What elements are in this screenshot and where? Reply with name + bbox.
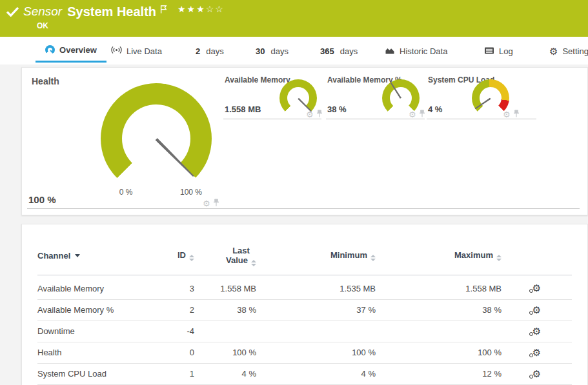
- channel-id: 3: [157, 275, 194, 299]
- sort-icon: [496, 255, 502, 261]
- gauge-settings-gear-icon[interactable]: ⚙: [306, 110, 314, 119]
- tab-overview[interactable]: Overview: [35, 39, 106, 63]
- tab-live-data-label: Live Data: [127, 46, 162, 56]
- gauge-needle: [298, 97, 312, 112]
- channel-last-value: 4 %: [194, 363, 256, 384]
- channel-name: System CPU Load: [37, 363, 157, 384]
- channel-settings-icon[interactable]: ⚙: [532, 348, 541, 357]
- gauge-settings-gear-icon[interactable]: ⚙: [503, 110, 511, 119]
- channel-settings-icon[interactable]: ⚙: [532, 283, 541, 293]
- channel-maximum: 1.558 MB: [376, 275, 502, 299]
- tab-settings-label: Settings: [562, 46, 588, 56]
- column-header-id[interactable]: ID: [157, 237, 194, 275]
- table-row: Available Memory 3 1.558 MB 1.535 MB 1.5…: [37, 275, 572, 299]
- tab-30-days[interactable]: 30 days: [256, 39, 289, 63]
- channel-id: -4: [157, 321, 194, 342]
- tab-bar: Overview Live Data 2 days 30 days 365 da…: [0, 37, 588, 64]
- tab-historic-data[interactable]: Historic Data: [385, 39, 447, 63]
- channel-last-value: 1.558 MB: [194, 275, 256, 299]
- channel-minimum: [256, 321, 376, 342]
- gauge-settings-gear-icon[interactable]: ⚙: [409, 110, 416, 119]
- historic-chart-icon: [385, 46, 395, 57]
- channel-minimum: 1.535 MB: [256, 275, 376, 299]
- gauge-icon: [45, 45, 55, 55]
- channel-last-value: 100 %: [194, 342, 256, 363]
- channel-name: Downtime: [37, 321, 157, 342]
- sort-icon: [189, 255, 194, 261]
- table-row: Downtime -4 ⚙: [37, 321, 572, 342]
- mini-gauge-value: 38 %: [327, 104, 347, 114]
- sensor-header: Sensor System Health ★★★☆☆ OK: [0, 0, 588, 37]
- table-row: Health 0 100 % 100 % 100 % ⚙: [37, 342, 572, 363]
- channel-settings-icon[interactable]: ⚙: [532, 326, 541, 336]
- gauge-pin-icon[interactable]: [213, 197, 219, 209]
- sensor-title: System Health: [67, 4, 156, 19]
- gauge-needle: [390, 82, 401, 99]
- channel-minimum: 37 %: [256, 299, 376, 321]
- mini-gauge-available-memory: Available Memory 1.558 MB ⚙: [223, 74, 321, 119]
- table-row: Available Memory % 2 38 % 37 % 38 % ⚙: [37, 299, 572, 321]
- flag-icon[interactable]: [160, 5, 167, 16]
- gauge-needle: [474, 97, 491, 110]
- mini-gauge-title: Available Memory: [225, 75, 290, 84]
- mini-gauge-available-memory-pct: Available Memory % 38 % ⚙: [326, 74, 425, 119]
- mini-gauge-value: 1.558 MB: [225, 104, 261, 114]
- priority-stars[interactable]: ★★★☆☆: [177, 4, 225, 14]
- tab-historic-data-label: Historic Data: [400, 46, 447, 56]
- channel-name: Available Memory %: [37, 299, 157, 321]
- column-header-channel[interactable]: Channel: [37, 237, 157, 275]
- tab-log[interactable]: Log: [484, 39, 513, 63]
- tab-365-days-number: 365: [320, 46, 334, 56]
- mini-gauge-system-cpu-load: System CPU Load 4 % ⚙: [427, 74, 536, 119]
- channel-settings-icon[interactable]: ⚙: [532, 369, 541, 379]
- channel-settings-icon[interactable]: ⚙: [532, 305, 541, 315]
- channel-last-value: 38 %: [194, 299, 256, 321]
- channel-id: 2: [157, 299, 194, 321]
- channel-maximum: 100 %: [376, 342, 502, 363]
- channel-id: 1: [157, 363, 194, 384]
- gauges-panel: Health 0 % 100 % 100 % ⚙ Available Memor…: [21, 67, 588, 215]
- tab-2-days-unit: days: [206, 46, 223, 56]
- gauge-pin-icon[interactable]: [419, 108, 425, 120]
- tab-2-days[interactable]: 2 days: [196, 39, 224, 63]
- channels-table: Channel ID Last Value Minimum Maximum: [37, 237, 572, 385]
- tab-settings[interactable]: ⚙ Settings: [549, 39, 588, 63]
- tab-live-data[interactable]: Live Data: [111, 39, 162, 63]
- sort-icon: [370, 255, 376, 261]
- column-header-maximum[interactable]: Maximum: [376, 237, 502, 275]
- stars-filled: ★★★: [177, 4, 206, 14]
- gauge-pin-icon[interactable]: [513, 108, 520, 120]
- column-header-last-value[interactable]: Last Value: [194, 237, 256, 275]
- available-memory-gauge: [279, 79, 317, 117]
- gauge-scale-min: 0 %: [110, 188, 142, 197]
- channel-minimum: 100 %: [256, 342, 376, 363]
- channel-minimum: 4 %: [256, 363, 376, 384]
- gauge-settings-gear-icon[interactable]: ⚙: [203, 199, 210, 208]
- channel-name: Available Memory: [37, 275, 157, 299]
- mini-gauge-value: 4 %: [428, 104, 442, 114]
- stars-empty: ☆☆: [206, 4, 225, 14]
- sensor-status-text: OK: [37, 21, 225, 30]
- column-header-actions: [502, 237, 572, 275]
- primary-gauge-value: 100 %: [28, 194, 56, 205]
- sort-icon: [251, 260, 256, 266]
- column-header-minimum[interactable]: Minimum: [256, 237, 376, 275]
- channel-id: 0: [157, 342, 194, 363]
- tab-30-days-unit: days: [270, 46, 288, 56]
- channel-maximum: 12 %: [376, 363, 502, 384]
- gauge-footer-divider: [27, 208, 580, 209]
- settings-gear-icon: ⚙: [549, 46, 558, 56]
- table-row: System CPU Load 1 4 % 4 % 12 % ⚙: [37, 363, 572, 384]
- tab-30-days-number: 30: [256, 46, 265, 56]
- tab-365-days[interactable]: 365 days: [320, 39, 358, 63]
- health-gauge: [101, 83, 212, 194]
- primary-gauge-title: Health: [32, 76, 59, 86]
- channel-last-value: [194, 321, 256, 342]
- gauge-needle: [155, 138, 195, 178]
- gauge-pin-icon[interactable]: [316, 108, 323, 120]
- sort-desc-icon: [75, 254, 80, 257]
- status-ok-check-icon: [6, 7, 19, 19]
- tab-overview-label: Overview: [59, 45, 97, 55]
- tab-2-days-number: 2: [196, 46, 200, 56]
- log-list-icon: [484, 46, 494, 57]
